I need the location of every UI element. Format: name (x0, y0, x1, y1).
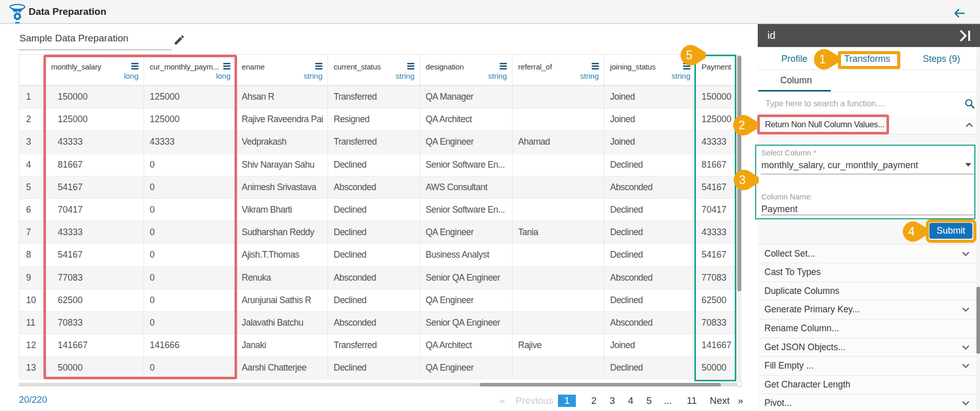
svg-text:4: 4 (908, 225, 915, 238)
svg-text:2: 2 (739, 119, 745, 132)
svg-text:1: 1 (820, 53, 826, 66)
svg-text:5: 5 (686, 49, 693, 62)
svg-text:3: 3 (739, 173, 746, 187)
